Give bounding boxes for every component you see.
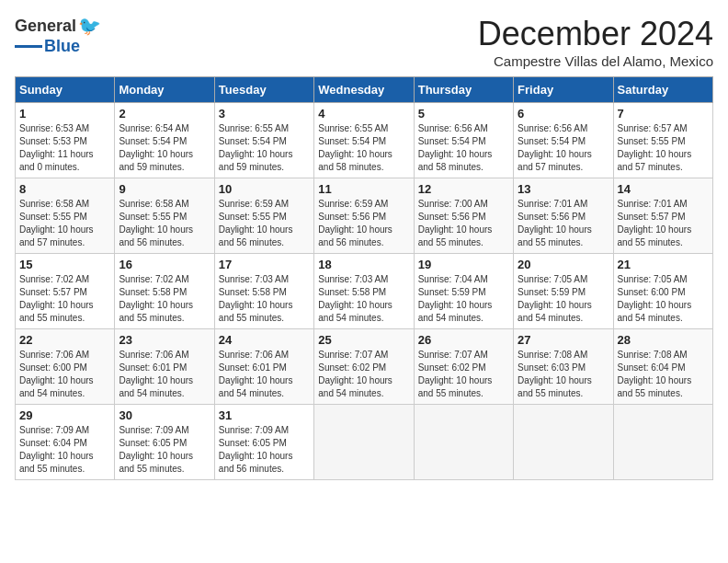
logo-blue-text: Blue	[44, 37, 80, 56]
day-number: 28	[618, 333, 709, 347]
day-number: 13	[518, 182, 609, 196]
day-number: 30	[119, 408, 210, 422]
day-number: 2	[119, 107, 210, 121]
day-cell-23: 23Sunrise: 7:06 AM Sunset: 6:01 PM Dayli…	[115, 329, 214, 405]
day-number: 7	[618, 107, 709, 121]
day-number: 5	[418, 107, 509, 121]
day-info: Sunrise: 7:06 AM Sunset: 6:01 PM Dayligh…	[219, 349, 310, 400]
header-monday: Monday	[115, 77, 214, 103]
day-info: Sunrise: 6:56 AM Sunset: 5:54 PM Dayligh…	[418, 122, 509, 174]
title-section: December 2024 Campestre Villas del Alamo…	[478, 15, 713, 69]
day-cell-20: 20Sunrise: 7:05 AM Sunset: 5:59 PM Dayli…	[514, 254, 613, 329]
week-row-3: 15Sunrise: 7:02 AM Sunset: 5:57 PM Dayli…	[16, 254, 713, 329]
header-friday: Friday	[514, 77, 613, 103]
day-info: Sunrise: 7:08 AM Sunset: 6:03 PM Dayligh…	[518, 349, 609, 400]
logo: General 🐦 Blue	[15, 15, 101, 56]
day-cell-16: 16Sunrise: 7:02 AM Sunset: 5:58 PM Dayli…	[115, 254, 214, 329]
day-number: 29	[19, 408, 110, 422]
day-info: Sunrise: 6:54 AM Sunset: 5:54 PM Dayligh…	[119, 122, 210, 174]
page-container: General 🐦 Blue December 2024 Campestre V…	[15, 15, 713, 480]
day-number: 16	[119, 258, 210, 271]
header-tuesday: Tuesday	[214, 77, 313, 103]
day-number: 6	[518, 107, 609, 121]
day-cell-10: 10Sunrise: 6:59 AM Sunset: 5:55 PM Dayli…	[214, 178, 313, 254]
day-info: Sunrise: 7:06 AM Sunset: 6:00 PM Dayligh…	[19, 349, 110, 400]
day-number: 9	[119, 182, 210, 196]
day-cell-4: 4Sunrise: 6:55 AM Sunset: 5:54 PM Daylig…	[314, 103, 414, 178]
day-cell-12: 12Sunrise: 7:00 AM Sunset: 5:56 PM Dayli…	[414, 178, 513, 254]
day-cell-9: 9Sunrise: 6:58 AM Sunset: 5:55 PM Daylig…	[115, 178, 214, 254]
day-cell-13: 13Sunrise: 7:01 AM Sunset: 5:56 PM Dayli…	[514, 178, 613, 254]
day-cell-11: 11Sunrise: 6:59 AM Sunset: 5:56 PM Dayli…	[314, 178, 414, 254]
day-info: Sunrise: 7:09 AM Sunset: 6:04 PM Dayligh…	[19, 424, 110, 476]
day-info: Sunrise: 7:08 AM Sunset: 6:04 PM Dayligh…	[618, 349, 709, 400]
day-number: 25	[318, 333, 409, 347]
location-subtitle: Campestre Villas del Alamo, Mexico	[478, 53, 713, 69]
day-info: Sunrise: 6:55 AM Sunset: 5:54 PM Dayligh…	[318, 122, 409, 174]
day-info: Sunrise: 6:55 AM Sunset: 5:54 PM Dayligh…	[219, 122, 310, 174]
calendar-table: SundayMondayTuesdayWednesdayThursdayFrid…	[15, 76, 713, 480]
day-info: Sunrise: 7:03 AM Sunset: 5:58 PM Dayligh…	[219, 273, 310, 325]
day-cell-6: 6Sunrise: 6:56 AM Sunset: 5:54 PM Daylig…	[514, 103, 613, 178]
header-saturday: Saturday	[613, 77, 712, 103]
week-row-5: 29Sunrise: 7:09 AM Sunset: 6:04 PM Dayli…	[16, 405, 713, 480]
day-info: Sunrise: 6:53 AM Sunset: 5:53 PM Dayligh…	[19, 122, 110, 174]
day-number: 8	[19, 182, 110, 196]
day-info: Sunrise: 7:01 AM Sunset: 5:56 PM Dayligh…	[518, 198, 609, 249]
day-info: Sunrise: 7:01 AM Sunset: 5:57 PM Dayligh…	[618, 198, 709, 249]
empty-cell	[414, 405, 513, 480]
day-info: Sunrise: 6:56 AM Sunset: 5:54 PM Dayligh…	[518, 122, 609, 174]
page-header: General 🐦 Blue December 2024 Campestre V…	[15, 15, 713, 69]
day-number: 17	[219, 258, 310, 271]
day-number: 19	[418, 258, 509, 271]
day-info: Sunrise: 7:00 AM Sunset: 5:56 PM Dayligh…	[418, 198, 509, 249]
day-info: Sunrise: 6:57 AM Sunset: 5:55 PM Dayligh…	[618, 122, 709, 174]
logo-general-text: General	[15, 17, 76, 36]
day-cell-18: 18Sunrise: 7:03 AM Sunset: 5:58 PM Dayli…	[314, 254, 414, 329]
week-row-4: 22Sunrise: 7:06 AM Sunset: 6:00 PM Dayli…	[16, 329, 713, 405]
day-number: 18	[318, 258, 409, 271]
day-cell-30: 30Sunrise: 7:09 AM Sunset: 6:05 PM Dayli…	[115, 405, 214, 480]
week-row-1: 1Sunrise: 6:53 AM Sunset: 5:53 PM Daylig…	[16, 103, 713, 178]
day-number: 15	[19, 258, 110, 271]
day-cell-2: 2Sunrise: 6:54 AM Sunset: 5:54 PM Daylig…	[115, 103, 214, 178]
day-number: 22	[19, 333, 110, 347]
day-info: Sunrise: 7:06 AM Sunset: 6:01 PM Dayligh…	[119, 349, 210, 400]
day-cell-29: 29Sunrise: 7:09 AM Sunset: 6:04 PM Dayli…	[16, 405, 115, 480]
day-info: Sunrise: 6:59 AM Sunset: 5:56 PM Dayligh…	[318, 198, 409, 249]
day-info: Sunrise: 6:58 AM Sunset: 5:55 PM Dayligh…	[19, 198, 110, 249]
day-number: 4	[318, 107, 409, 121]
day-cell-8: 8Sunrise: 6:58 AM Sunset: 5:55 PM Daylig…	[16, 178, 115, 254]
day-number: 27	[518, 333, 609, 347]
day-info: Sunrise: 7:09 AM Sunset: 6:05 PM Dayligh…	[119, 424, 210, 476]
day-number: 24	[219, 333, 310, 347]
month-title: December 2024	[478, 15, 713, 53]
day-cell-24: 24Sunrise: 7:06 AM Sunset: 6:01 PM Dayli…	[214, 329, 313, 405]
day-cell-15: 15Sunrise: 7:02 AM Sunset: 5:57 PM Dayli…	[16, 254, 115, 329]
week-row-2: 8Sunrise: 6:58 AM Sunset: 5:55 PM Daylig…	[16, 178, 713, 254]
day-cell-31: 31Sunrise: 7:09 AM Sunset: 6:05 PM Dayli…	[214, 405, 313, 480]
day-number: 12	[418, 182, 509, 196]
day-cell-28: 28Sunrise: 7:08 AM Sunset: 6:04 PM Dayli…	[613, 329, 712, 405]
day-number: 14	[618, 182, 709, 196]
day-info: Sunrise: 7:05 AM Sunset: 5:59 PM Dayligh…	[518, 273, 609, 325]
day-info: Sunrise: 7:04 AM Sunset: 5:59 PM Dayligh…	[418, 273, 509, 325]
day-number: 10	[219, 182, 310, 196]
day-cell-5: 5Sunrise: 6:56 AM Sunset: 5:54 PM Daylig…	[414, 103, 513, 178]
day-number: 3	[219, 107, 310, 121]
day-cell-21: 21Sunrise: 7:05 AM Sunset: 6:00 PM Dayli…	[613, 254, 712, 329]
header-wednesday: Wednesday	[314, 77, 414, 103]
day-info: Sunrise: 7:02 AM Sunset: 5:57 PM Dayligh…	[19, 273, 110, 325]
day-cell-14: 14Sunrise: 7:01 AM Sunset: 5:57 PM Dayli…	[613, 178, 712, 254]
header-thursday: Thursday	[414, 77, 513, 103]
day-number: 31	[219, 408, 310, 422]
logo-bird-icon: 🐦	[78, 15, 101, 37]
day-cell-22: 22Sunrise: 7:06 AM Sunset: 6:00 PM Dayli…	[16, 329, 115, 405]
day-number: 23	[119, 333, 210, 347]
day-cell-17: 17Sunrise: 7:03 AM Sunset: 5:58 PM Dayli…	[214, 254, 313, 329]
day-info: Sunrise: 7:07 AM Sunset: 6:02 PM Dayligh…	[318, 349, 409, 400]
day-info: Sunrise: 7:03 AM Sunset: 5:58 PM Dayligh…	[318, 273, 409, 325]
day-info: Sunrise: 7:07 AM Sunset: 6:02 PM Dayligh…	[418, 349, 509, 400]
day-info: Sunrise: 7:05 AM Sunset: 6:00 PM Dayligh…	[618, 273, 709, 325]
day-cell-25: 25Sunrise: 7:07 AM Sunset: 6:02 PM Dayli…	[314, 329, 414, 405]
